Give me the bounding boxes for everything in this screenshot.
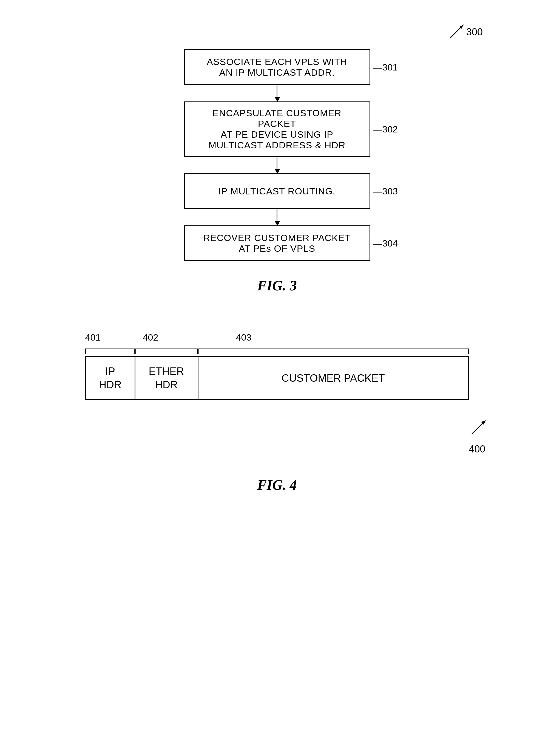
arrow-1-icon <box>277 85 277 101</box>
flow-label-301: —301 <box>373 62 398 73</box>
bracket-402 <box>135 348 198 354</box>
packet-row: IP HDR ETHER HDR CUSTOMER PACKET <box>85 356 469 400</box>
bracket-403 <box>199 348 469 354</box>
flow-box-row-303: IP MULTICAST ROUTING. —303 <box>184 173 370 209</box>
flow-box-302: ENCAPSULATE CUSTOMER PACKET AT PE DEVICE… <box>184 101 370 157</box>
fig3-section: 300 ASSOCIATE EACH VPLS WITH AN IP MULTI… <box>27 22 527 294</box>
bracket-label-401: 401 <box>85 332 101 343</box>
fig4-diagram-label: 400 <box>469 443 485 455</box>
arrow-2-icon <box>277 157 277 173</box>
flow-box-row-304: RECOVER CUSTOMER PACKET AT PEs OF VPLS —… <box>184 225 370 261</box>
flow-box-row-302: ENCAPSULATE CUSTOMER PACKET AT PE DEVICE… <box>184 101 370 157</box>
fig3-diagram-label: 300 <box>466 26 483 38</box>
arrow-400-icon <box>463 415 491 442</box>
cell-ip: IP HDR <box>86 357 135 399</box>
page-container: 300 ASSOCIATE EACH VPLS WITH AN IP MULTI… <box>0 0 554 756</box>
flow-label-303: —303 <box>373 186 398 197</box>
bracket-401 <box>85 348 134 354</box>
fig3-caption: FIG. 3 <box>257 277 296 294</box>
flow-label-302: —302 <box>373 124 398 134</box>
bracket-label-403: 403 <box>236 332 252 343</box>
cell-ether: ETHER HDR <box>135 357 199 399</box>
cell-customer: CUSTOMER PACKET <box>199 357 468 399</box>
flow-box-row-301: ASSOCIATE EACH VPLS WITH AN IP MULTICAST… <box>184 49 370 85</box>
flow-label-304: —304 <box>373 238 398 249</box>
flow-box-304: RECOVER CUSTOMER PACKET AT PEs OF VPLS <box>184 225 370 261</box>
flow-box-303: IP MULTICAST ROUTING. <box>184 173 370 209</box>
flow-box-301: ASSOCIATE EACH VPLS WITH AN IP MULTICAST… <box>184 49 370 85</box>
arrow-300-icon <box>444 22 466 44</box>
fig4-section: 401 402 403 <box>27 332 527 493</box>
packet-diagram: 401 402 403 <box>85 332 469 400</box>
fig4-caption: FIG. 4 <box>257 477 296 493</box>
bracket-label-402: 402 <box>143 332 158 343</box>
arrow-3-icon <box>277 209 277 225</box>
flowchart: ASSOCIATE EACH VPLS WITH AN IP MULTICAST… <box>27 49 527 261</box>
